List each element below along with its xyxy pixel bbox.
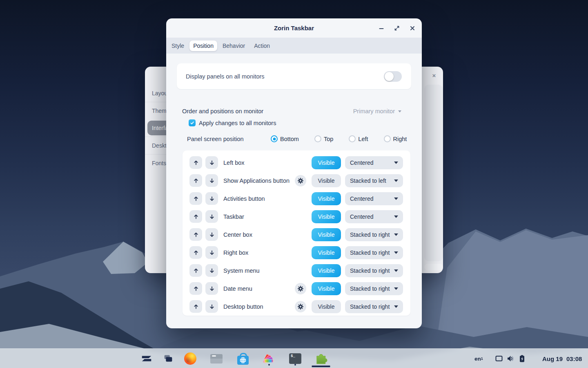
taskbar-app-software-store[interactable] (236, 352, 249, 365)
monitor-dropdown-value: Primary monitor (353, 108, 395, 114)
move-down-button[interactable] (205, 228, 218, 241)
move-up-button[interactable] (189, 174, 202, 187)
move-up-button[interactable] (189, 246, 202, 259)
arrow-down-icon (209, 232, 215, 238)
move-up-button[interactable] (189, 210, 202, 223)
panel-element-row: Show Applications button Visible Stacked… (183, 172, 410, 190)
apply-changes-row[interactable]: Apply changes to all monitors (189, 119, 276, 126)
taskbar-app-zorin-menu[interactable] (140, 352, 153, 365)
position-dropdown[interactable]: Stacked to right (345, 282, 403, 295)
dialog-title: Zorin Taskbar (274, 25, 314, 31)
arrow-down-icon (209, 160, 215, 166)
chevron-down-icon (394, 197, 398, 200)
move-up-button[interactable] (189, 228, 202, 241)
settings-gear-button[interactable] (295, 301, 306, 312)
visible-toggle-button[interactable]: Visible (312, 210, 341, 223)
chevron-down-icon (394, 305, 398, 308)
gear-icon (297, 285, 304, 292)
visible-toggle-button[interactable]: Visible (312, 228, 341, 241)
move-up-button[interactable] (189, 300, 202, 313)
position-dropdown[interactable]: Stacked to left (345, 174, 403, 187)
close-icon[interactable] (408, 24, 417, 33)
taskbar-app-files[interactable] (210, 352, 223, 365)
move-down-button[interactable] (205, 264, 218, 277)
radio-icon (349, 135, 356, 142)
visible-toggle-button[interactable]: Visible (312, 282, 341, 295)
radio-right[interactable]: Right (384, 135, 407, 142)
taskbar-app-zorin-appearance[interactable] (263, 352, 276, 365)
taskbar-app-workspace-switcher[interactable] (162, 352, 175, 365)
clock[interactable]: Aug 19 03:08 (542, 349, 582, 368)
arrow-up-icon (193, 250, 199, 256)
software-store-icon (237, 356, 249, 365)
chevron-down-icon (394, 180, 398, 182)
position-dropdown[interactable]: Stacked to right (345, 264, 403, 277)
volume-icon[interactable] (506, 349, 514, 368)
move-down-button[interactable] (205, 246, 218, 259)
move-up-button[interactable] (189, 282, 202, 295)
radio-left[interactable]: Left (349, 135, 368, 142)
position-dropdown[interactable]: Stacked to right (345, 300, 403, 313)
move-down-button[interactable] (205, 300, 218, 313)
radio-label: Left (358, 136, 368, 142)
terminal-icon: $_ (289, 353, 301, 364)
move-down-button[interactable] (205, 156, 218, 169)
panel-element-label: Desktop button (223, 298, 263, 316)
arrow-up-icon (193, 286, 199, 292)
move-up-button[interactable] (189, 192, 202, 205)
position-dropdown[interactable]: Stacked to right (345, 228, 403, 241)
move-down-button[interactable] (205, 174, 218, 187)
visible-toggle-button[interactable]: Visible (312, 300, 341, 313)
arrow-up-icon (193, 232, 199, 238)
panel-element-row: Left box Visible Centered (183, 154, 410, 172)
taskbar-app-gnome-extensions[interactable] (314, 352, 327, 365)
settings-gear-button[interactable] (295, 175, 306, 186)
visible-toggle-button[interactable]: Visible (312, 174, 341, 187)
visible-toggle-button[interactable]: Visible (312, 192, 341, 205)
tab-label: Action (254, 43, 270, 49)
minimize-icon[interactable] (377, 24, 386, 33)
visible-toggle-button[interactable]: Visible (312, 156, 341, 169)
radio-top[interactable]: Top (314, 135, 333, 142)
position-dropdown[interactable]: Centered (345, 192, 403, 205)
panel-element-label: Right box (223, 244, 248, 262)
date-label: Aug 19 (542, 355, 563, 362)
arrow-down-icon (209, 178, 215, 184)
display-panels-toggle[interactable] (384, 71, 402, 82)
radio-icon (271, 135, 278, 142)
monitor-dropdown[interactable]: Primary monitor (353, 108, 401, 114)
dialog-titlebar[interactable]: Zorin Taskbar (166, 18, 422, 38)
move-down-button[interactable] (205, 210, 218, 223)
visible-toggle-button[interactable]: Visible (312, 246, 341, 259)
tab-behavior[interactable]: Behavior (219, 40, 249, 51)
position-dropdown-value: Centered (350, 213, 374, 220)
settings-card-edge (424, 85, 443, 261)
language-indicator[interactable]: en1 (474, 349, 483, 368)
radio-bottom[interactable]: Bottom (271, 135, 299, 142)
tab-position[interactable]: Position (189, 40, 217, 51)
tab-style[interactable]: Style (168, 40, 188, 51)
arrow-down-icon (209, 250, 215, 256)
battery-charging-icon[interactable] (518, 349, 526, 368)
tab-action[interactable]: Action (250, 40, 274, 51)
position-dropdown[interactable]: Centered (345, 156, 403, 169)
move-up-button[interactable] (189, 264, 202, 277)
close-icon[interactable]: × (430, 71, 439, 80)
tab-label: Position (193, 43, 214, 49)
taskbar-app-terminal[interactable]: $_ (289, 352, 302, 365)
visible-toggle-button[interactable]: Visible (312, 264, 341, 277)
taskbar-app-firefox[interactable] (184, 352, 197, 365)
position-dropdown[interactable]: Stacked to right (345, 246, 403, 259)
move-down-button[interactable] (205, 282, 218, 295)
gear-icon (297, 177, 304, 184)
panel-element-label: Taskbar (223, 208, 244, 226)
move-down-button[interactable] (205, 192, 218, 205)
move-up-button[interactable] (189, 156, 202, 169)
apply-changes-checkbox[interactable] (189, 119, 196, 126)
panel-element-label: Show Applications button (223, 172, 290, 190)
position-dropdown[interactable]: Centered (345, 210, 403, 223)
tab-label: Behavior (223, 43, 245, 49)
display-icon[interactable] (495, 349, 503, 368)
settings-gear-button[interactable] (295, 283, 306, 294)
maximize-icon[interactable] (392, 24, 401, 33)
